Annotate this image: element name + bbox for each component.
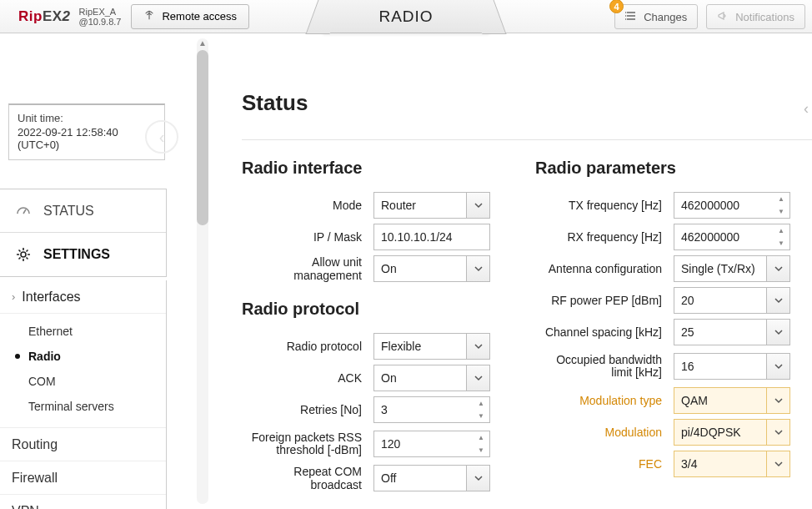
subnav-vpn-label: VPN bbox=[12, 504, 39, 510]
ip-label: IP / Mask bbox=[242, 230, 373, 244]
protocol-value: Flexible bbox=[381, 340, 459, 353]
subnav-interfaces-label: Interfaces bbox=[22, 290, 80, 305]
scroll-up-icon[interactable]: ▲ bbox=[197, 37, 208, 48]
retries-stepper[interactable]: 3 ▲▼ bbox=[373, 396, 490, 423]
notifications-button[interactable]: Notifications bbox=[706, 4, 805, 29]
unit-time-card: Unit time: 2022-09-21 12:58:40 (UTC+0) bbox=[8, 103, 165, 160]
nav-settings[interactable]: SETTINGS bbox=[0, 233, 166, 276]
back-button[interactable]: ‹ bbox=[145, 120, 178, 154]
ip-input[interactable] bbox=[373, 224, 490, 250]
fec-dropdown-button[interactable] bbox=[767, 451, 790, 477]
ant-dropdown-button[interactable] bbox=[767, 255, 790, 282]
step-down-icon[interactable]: ▼ bbox=[473, 410, 489, 422]
rx-stepper[interactable]: 462000000 ▲▼ bbox=[674, 224, 790, 250]
mode-dropdown-button[interactable] bbox=[467, 192, 490, 219]
step-up-icon[interactable]: ▲ bbox=[773, 193, 789, 205]
modtype-dropdown-button[interactable] bbox=[767, 387, 790, 414]
obw-dropdown-button[interactable] bbox=[767, 353, 790, 380]
notifications-label: Notifications bbox=[735, 11, 794, 23]
modtype-select[interactable]: QAM bbox=[674, 387, 767, 414]
aum-dropdown-button[interactable] bbox=[467, 255, 490, 282]
cs-select[interactable]: 25 bbox=[674, 319, 767, 345]
subitem-terminal-servers[interactable]: Terminal servers bbox=[0, 394, 166, 419]
expand-right-button[interactable]: ‹ bbox=[804, 100, 809, 118]
chevron-down-icon bbox=[474, 471, 483, 485]
aum-value: On bbox=[381, 262, 459, 275]
field-radio-protocol: Radio protocol Flexible bbox=[242, 330, 519, 362]
chevron-right-icon: › bbox=[12, 290, 15, 303]
step-down-icon[interactable]: ▼ bbox=[773, 237, 789, 249]
protocol-select[interactable]: Flexible bbox=[373, 333, 467, 360]
cs-dropdown-button[interactable] bbox=[767, 319, 790, 345]
page-title: RADIO bbox=[378, 8, 433, 26]
ack-select[interactable]: On bbox=[373, 365, 467, 391]
col-radio-parameters: Radio parameters TX frequency [Hz] 46200… bbox=[535, 159, 812, 494]
chevron-down-icon bbox=[474, 371, 483, 385]
aum-select[interactable]: On bbox=[373, 255, 467, 282]
modtype-value: QAM bbox=[681, 394, 759, 407]
field-rf-power: RF power PEP [dBm] 20 bbox=[535, 285, 812, 316]
field-modulation-type: Modulation type QAM bbox=[535, 385, 812, 416]
chevron-down-icon bbox=[774, 325, 783, 339]
repeat-select[interactable]: Off bbox=[373, 465, 467, 491]
protocol-dropdown-button[interactable] bbox=[467, 333, 490, 360]
chevron-down-icon bbox=[774, 394, 783, 407]
step-down-icon[interactable]: ▼ bbox=[473, 444, 489, 456]
mod-select[interactable]: pi/4DQPSK bbox=[674, 419, 767, 446]
ack-value: On bbox=[381, 371, 459, 385]
subnav-firewall-label: Firewall bbox=[12, 471, 58, 486]
obw-select[interactable]: 16 bbox=[674, 353, 767, 380]
page-title-tab: RADIO bbox=[323, 0, 489, 33]
tx-stepper[interactable]: 462000000 ▲▼ bbox=[674, 192, 790, 219]
nav-settings-label: SETTINGS bbox=[43, 247, 110, 262]
rf-dropdown-button[interactable] bbox=[767, 287, 790, 314]
ack-dropdown-button[interactable] bbox=[467, 365, 490, 391]
subitem-com[interactable]: COM bbox=[0, 369, 166, 394]
fec-select[interactable]: 3/4 bbox=[674, 451, 767, 477]
ant-value: Single (Tx/Rx) bbox=[681, 262, 759, 275]
retries-value: 3 bbox=[374, 403, 473, 416]
repeat-label: Repeat COM broadcast bbox=[242, 465, 373, 491]
obw-value: 16 bbox=[681, 360, 759, 373]
settings-subnav: › Interfaces Ethernet Radio COM Terminal… bbox=[0, 280, 167, 509]
tx-value: 462000000 bbox=[674, 199, 773, 212]
step-up-icon[interactable]: ▲ bbox=[773, 224, 789, 237]
step-up-icon[interactable]: ▲ bbox=[473, 431, 489, 444]
repeat-dropdown-button[interactable] bbox=[467, 465, 490, 491]
subitem-ethernet-label: Ethernet bbox=[28, 325, 73, 338]
field-retries: Retries [No] 3 ▲▼ bbox=[242, 394, 519, 426]
primary-nav: STATUS SETTINGS bbox=[0, 189, 167, 277]
svg-point-3 bbox=[21, 252, 26, 257]
step-up-icon[interactable]: ▲ bbox=[473, 397, 489, 410]
gear-icon bbox=[15, 247, 32, 262]
subnav-firewall[interactable]: Firewall bbox=[0, 461, 166, 494]
subnav-vpn[interactable]: VPN bbox=[0, 494, 166, 509]
subnav-routing[interactable]: Routing bbox=[0, 427, 166, 461]
fprss-stepper[interactable]: 120 ▲▼ bbox=[373, 431, 490, 457]
repeat-value: Off bbox=[381, 471, 459, 485]
mode-select[interactable]: Router bbox=[373, 192, 467, 219]
unit-time-tz: (UTC+0) bbox=[18, 139, 156, 151]
mode-value: Router bbox=[381, 199, 459, 212]
subitem-radio[interactable]: Radio bbox=[0, 344, 166, 369]
rf-select[interactable]: 20 bbox=[674, 287, 767, 314]
remote-access-button[interactable]: Remote access bbox=[131, 4, 249, 29]
fprss-value: 120 bbox=[374, 437, 473, 451]
subnav-interfaces[interactable]: › Interfaces bbox=[0, 280, 166, 314]
obw-label-2: limit [kHz] bbox=[535, 366, 662, 379]
leftcol-scrollbar[interactable]: ▲ bbox=[197, 38, 208, 504]
fec-value: 3/4 bbox=[681, 457, 759, 471]
chevron-down-icon bbox=[774, 360, 783, 373]
scroll-thumb[interactable] bbox=[197, 50, 208, 225]
changes-button[interactable]: 4 Changes bbox=[614, 4, 698, 29]
fprss-label-1: Foreign packets RSS bbox=[242, 431, 362, 444]
nav-status[interactable]: STATUS bbox=[0, 189, 166, 233]
retries-label: Retries [No] bbox=[242, 403, 373, 416]
mod-dropdown-button[interactable] bbox=[767, 419, 790, 446]
step-down-icon[interactable]: ▼ bbox=[773, 205, 789, 218]
subitem-ethernet[interactable]: Ethernet bbox=[0, 319, 166, 344]
ant-select[interactable]: Single (Tx/Rx) bbox=[674, 255, 767, 282]
svg-point-0 bbox=[625, 12, 626, 13]
unit-time-label: Unit time: bbox=[18, 112, 156, 124]
field-ip-mask: IP / Mask bbox=[242, 221, 519, 253]
